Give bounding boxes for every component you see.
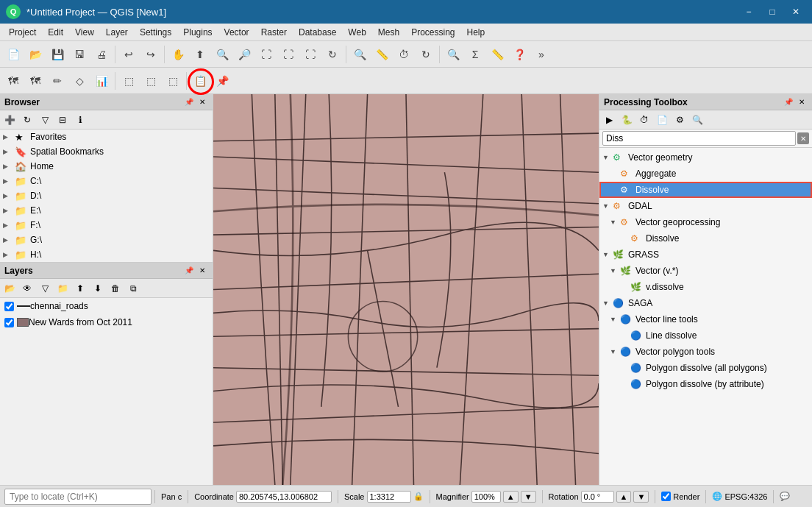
toolbox-history-button[interactable]: ⏱ [636,113,652,127]
layer-new-wards[interactable]: New Wards from Oct 2011 [0,314,213,330]
measure-button[interactable]: 📏 [371,44,392,65]
toolbox-polygon-dissolve-attr-tool[interactable]: 🔵 Polygon dissolve (by attribute) [599,376,812,392]
layers-filter-button[interactable]: ▽ [37,281,53,296]
layers-duplicate-button[interactable]: ⧉ [125,281,141,296]
save-as-button[interactable]: 🖫 [69,44,90,65]
toolbox-line-dissolve-tool[interactable]: 🔵 Line dissolve [599,327,812,344]
layers-pin-button[interactable]: 📌 [183,265,195,277]
menu-processing[interactable]: Processing [405,26,460,39]
save-button[interactable]: 💾 [47,44,68,65]
browser-home[interactable]: ▶ 🏠 Home [0,159,213,174]
minimize-button[interactable]: − [738,4,759,20]
menu-plugins[interactable]: Plugins [177,26,218,39]
new-button[interactable]: 📄 [3,44,24,65]
layer-chennai-roads[interactable]: chennai_roads [0,298,213,314]
menu-vector[interactable]: Vector [218,26,255,39]
toolbox-vector-geoprocessing-group[interactable]: ▼ ⚙ Vector geoprocessing [599,214,812,230]
open-button[interactable]: 📂 [25,44,46,65]
redo-button[interactable]: ↪ [140,44,161,65]
print-button[interactable]: 🖨 [91,44,112,65]
map-canvas[interactable] [213,94,599,485]
browser-collapse-button[interactable]: ⊟ [54,113,71,127]
toolbox-results-button[interactable]: 📄 [654,113,670,127]
crs-display[interactable]: 🌐 EPSG:4326 [709,492,770,501]
add-vector-button[interactable]: 🗺 [25,71,46,91]
ruler2-button[interactable]: 📏 [487,44,508,65]
layers-close-button[interactable]: ✕ [196,265,208,277]
menu-settings[interactable]: Settings [134,26,177,39]
toolbox-vector-line-tools-group[interactable]: ▼ 🔵 Vector line tools [599,311,812,327]
edit-button[interactable]: ✏ [47,71,68,91]
layers-new-group-button[interactable]: 📁 [54,281,71,296]
select-button[interactable]: ⬚ [118,71,139,91]
toolbox-options-button[interactable]: ⚙ [672,113,688,127]
identify-button[interactable]: 🔍 [349,44,370,65]
copy-features-button[interactable]: 📋 [190,71,210,91]
maximize-button[interactable]: □ [762,4,783,20]
coordinate-input[interactable] [236,491,332,503]
menu-view[interactable]: View [69,26,100,39]
help-button[interactable]: ❓ [509,44,530,65]
layer-chennai-roads-checkbox[interactable] [4,302,14,311]
magnifier-input[interactable] [471,491,501,503]
browser-refresh-button[interactable]: ↻ [19,113,35,127]
browser-c-drive[interactable]: ▶ 📁 C:\ [0,174,213,188]
layers-visibility-button[interactable]: 👁 [19,281,35,296]
toolbox-search-input[interactable] [602,131,796,146]
magnifier-up[interactable]: ▲ [503,491,519,503]
more-button[interactable]: » [531,44,552,65]
rotation-up[interactable]: ▲ [616,491,632,503]
layers-remove-button[interactable]: 🗑 [107,281,124,296]
toolbox-v-dissolve-tool[interactable]: 🌿 v.dissolve [599,279,812,295]
toolbox-python-button[interactable]: 🐍 [619,113,635,127]
pan-button[interactable]: ✋ [168,44,188,65]
menu-help[interactable]: Help [461,26,491,39]
menu-layer[interactable]: Layer [100,26,134,39]
paste-features-button[interactable]: 📌 [212,71,232,91]
browser-info-button[interactable]: ℹ [72,113,88,127]
toolbox-saga-group[interactable]: ▼ 🔵 SAGA [599,295,812,311]
toolbox-gdal-group[interactable]: ▼ ⚙ GDAL [599,198,812,214]
magnifier-down[interactable]: ▼ [521,491,536,503]
toolbox-gdal-dissolve-tool[interactable]: ⚙ Dissolve [599,230,812,247]
browser-pin-button[interactable]: 📌 [183,96,195,108]
render-checkbox[interactable] [661,492,671,501]
zoom-full-button[interactable]: ⛶ [256,44,277,65]
zoom-out-button[interactable]: 🔎 [234,44,254,65]
layer-properties-button[interactable]: 🔍 [443,44,463,65]
scale-input[interactable] [367,491,411,503]
messages-display[interactable]: 💬 [777,492,793,501]
toolbox-dissolve-tool[interactable]: ⚙ Dissolve [599,182,812,198]
layers-open-button[interactable]: 📂 [1,281,18,296]
add-raster-button[interactable]: 🗺 [3,71,24,91]
pan-map-button[interactable]: ⬆ [190,44,210,65]
menu-project[interactable]: Project [3,26,42,39]
toolbox-grass-group[interactable]: ▼ 🌿 GRASS [599,247,812,263]
select-all-button[interactable]: ⬚ [163,71,183,91]
layer-new-wards-checkbox[interactable] [4,318,14,327]
node-tool-button[interactable]: ◇ [69,71,90,91]
deselect-button[interactable]: ⬚ [140,71,161,91]
layers-move-down-button[interactable]: ⬇ [90,281,106,296]
zoom-in-button[interactable]: 🔍 [212,44,232,65]
browser-bookmarks[interactable]: ▶ 🔖 Spatial Bookmarks [0,144,213,159]
locate-bar[interactable] [4,489,152,505]
menu-database[interactable]: Database [293,26,342,39]
toolbox-vector-v-group[interactable]: ▼ 🌿 Vector (v.*) [599,263,812,279]
zoom-layer-button[interactable]: ⛶ [278,44,299,65]
toolbox-run-button[interactable]: ▶ [601,113,617,127]
toolbox-vector-geometry-group[interactable]: ▼ ⚙ Vector geometry [599,149,812,166]
layers-move-up-button[interactable]: ⬆ [72,281,88,296]
menu-edit[interactable]: Edit [42,26,69,39]
rotation-down[interactable]: ▼ [633,491,649,503]
stats-button[interactable]: Σ [465,44,485,65]
toolbox-polygon-dissolve-all-tool[interactable]: 🔵 Polygon dissolve (all polygons) [599,360,812,376]
toolbox-close-button[interactable]: ✕ [796,96,808,108]
browser-h-drive[interactable]: ▶ 📁 H:\ [0,247,213,262]
undo-button[interactable]: ↩ [118,44,139,65]
rotation-input[interactable] [581,491,614,503]
toolbox-search-button[interactable]: 🔍 [689,113,705,127]
toolbox-aggregate-tool[interactable]: ⚙ Aggregate [599,166,812,182]
browser-f-drive[interactable]: ▶ 📁 F:\ [0,218,213,233]
zoom-selection-button[interactable]: ⛶ [300,44,321,65]
